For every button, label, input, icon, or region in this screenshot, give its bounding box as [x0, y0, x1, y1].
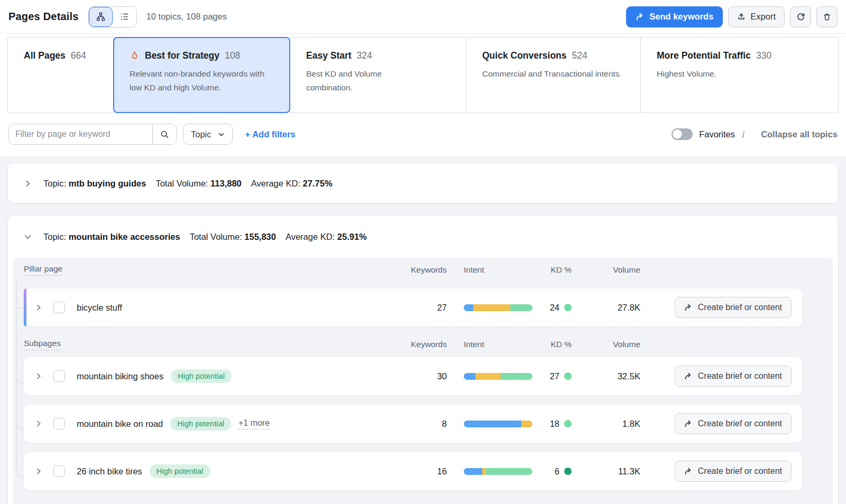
total-volume-value: 155,830 [244, 232, 276, 241]
create-brief-button[interactable]: Create brief or content [675, 461, 792, 482]
tab-easy-start[interactable]: Easy Start 324 Best KD and Volume combin… [290, 37, 466, 113]
favorites-toggle[interactable] [672, 128, 693, 140]
volume-value: 32.5K [618, 371, 640, 381]
expand-row-chevron[interactable] [35, 372, 42, 380]
kd-dot [564, 468, 572, 475]
refresh-icon [796, 12, 805, 21]
kd-dot [564, 372, 572, 380]
tab-all-pages[interactable]: All Pages 664 [7, 37, 114, 113]
tab-quick-conversions[interactable]: Quick Conversions 524 Commercial and Tra… [466, 37, 641, 113]
average-kd-label: Average KD: [251, 179, 300, 188]
delete-button[interactable] [816, 6, 838, 27]
collapse-topic-chevron[interactable] [24, 233, 32, 241]
search-button[interactable] [152, 124, 176, 144]
send-keywords-button[interactable]: Send keywords [626, 6, 723, 27]
tree-connector-line [16, 307, 24, 382]
high-potential-badge: High potential [170, 417, 231, 431]
intent-bar [464, 421, 532, 427]
intent-bar [464, 468, 532, 475]
topic-prefix: Topic: [43, 179, 66, 188]
topics-area: Topic: mtb buying guides Total Volume: 1… [0, 156, 846, 504]
tree-connector-line [16, 307, 24, 430]
volume-value: 27.8K [618, 303, 640, 313]
chevron-down-icon [218, 131, 225, 138]
average-kd-label: Average KD: [286, 232, 335, 241]
tab-best-for-strategy[interactable]: Best for Strategy 108 Relevant non-brand… [113, 37, 290, 113]
pillar-page-label[interactable]: Pillar page [24, 264, 62, 276]
tree-connector-line [16, 279, 17, 307]
create-brief-button[interactable]: Create brief or content [675, 413, 792, 434]
subpages-label[interactable]: Subpages [24, 339, 61, 350]
expand-topic-chevron[interactable] [24, 180, 32, 188]
create-brief-button[interactable]: Create brief or content [675, 297, 792, 318]
tab-description: Relevant non-branded keywords with low K… [130, 67, 273, 95]
sitemap-icon [96, 12, 105, 21]
keywords-count: 16 [437, 466, 447, 477]
table-row-subpage: mountain biking shoes High potential 30 … [24, 357, 802, 395]
row-checkbox[interactable] [53, 370, 65, 382]
high-potential-badge: High potential [171, 369, 232, 383]
info-icon[interactable]: i [741, 129, 744, 139]
page-name: bicycle stuff [77, 303, 122, 313]
tab-description: Highest Volume. [657, 67, 838, 81]
topic-filter-dropdown[interactable]: Topic [183, 124, 233, 145]
topic-card-mountain-bike-accessories: Topic: mountain bike accessories Total V… [7, 215, 839, 504]
row-checkbox[interactable] [53, 418, 65, 430]
high-potential-badge: High potential [150, 464, 210, 478]
pillar-header-row: Pillar page Keywords Intent KD % Volume [24, 258, 802, 282]
add-filters-link[interactable]: + Add filters [245, 129, 296, 139]
expand-row-chevron[interactable] [35, 304, 42, 311]
more-badges-link[interactable]: +1 more [238, 418, 270, 430]
intent-bar [464, 373, 532, 380]
send-arrow-icon [636, 12, 645, 21]
list-view-button[interactable] [113, 7, 136, 27]
row-checkbox[interactable] [53, 302, 65, 313]
kd-dot [564, 304, 572, 311]
trash-icon [823, 13, 831, 21]
kd-value: 24 [550, 303, 559, 313]
tab-description: Best KD and Volume combination. [306, 67, 422, 95]
topic-name: mountain bike accessories [69, 232, 180, 241]
flame-icon [130, 51, 140, 61]
subpages-header-row: Subpages Keywords Intent KD % Volume [24, 332, 802, 357]
table-row-subpage: 26 inch bike tires High potential 16 6 1… [24, 452, 802, 490]
export-icon [737, 13, 746, 21]
page-name: 26 inch bike tires [77, 466, 142, 477]
kd-value: 18 [550, 419, 559, 429]
column-kd: KD % [550, 340, 572, 349]
tab-more-potential-traffic[interactable]: More Potential Traffic 330 Highest Volum… [640, 37, 839, 113]
tab-description: Commercial and Transactional intents. [482, 67, 630, 81]
tree-view-button[interactable] [89, 7, 113, 27]
collapse-all-topics-link[interactable]: Collapse all topics [761, 129, 838, 139]
send-arrow-icon [684, 372, 693, 380]
column-keywords: Keywords [411, 265, 447, 275]
expand-row-chevron[interactable] [35, 468, 42, 475]
search-box [8, 124, 177, 145]
send-arrow-icon [684, 419, 693, 428]
search-input[interactable] [9, 124, 152, 144]
tree-connector-line [16, 307, 24, 478]
refresh-button[interactable] [790, 6, 811, 27]
column-intent: Intent [464, 265, 484, 275]
export-button[interactable]: Export [728, 6, 785, 27]
page-title: Pages Details [8, 11, 79, 23]
topic-prefix: Topic: [43, 232, 66, 241]
total-volume-label: Total Volume: [155, 179, 208, 188]
column-volume: Volume [613, 340, 640, 349]
table-row-subpage: mountain bike on road High potential +1 … [24, 405, 802, 443]
row-checkbox[interactable] [53, 465, 65, 477]
send-arrow-icon [684, 303, 693, 312]
total-volume-value: 113,880 [210, 179, 242, 188]
pages-table-panel: Pillar page Keywords Intent KD % Volume … [13, 258, 833, 504]
kd-dot [564, 420, 572, 427]
list-icon [120, 12, 129, 21]
column-kd: KD % [550, 265, 572, 275]
table-row-pillar: bicycle stuff 27 24 27.8K Creat [24, 288, 802, 326]
column-keywords: Keywords [411, 340, 447, 349]
tree-connector-line [16, 307, 24, 308]
column-volume: Volume [613, 265, 640, 275]
create-brief-button[interactable]: Create brief or content [675, 366, 792, 387]
expand-row-chevron[interactable] [35, 420, 42, 427]
intent-bar [464, 304, 532, 311]
keywords-count: 8 [442, 419, 447, 429]
